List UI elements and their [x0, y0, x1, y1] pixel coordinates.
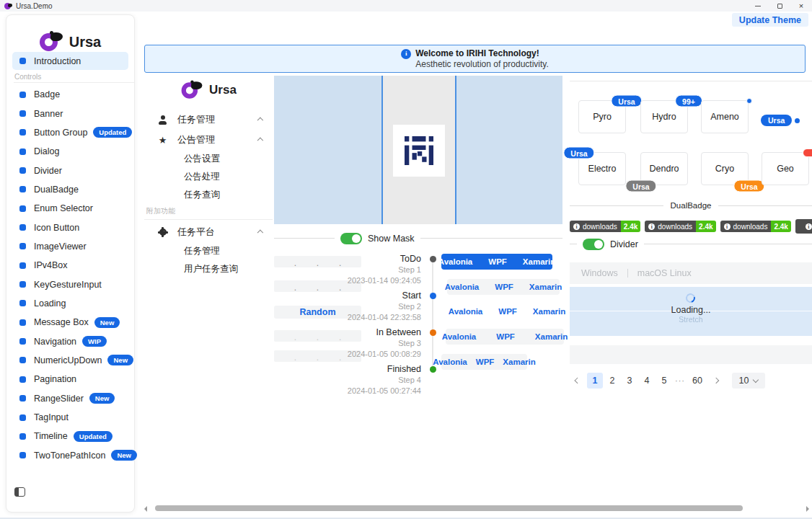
ipv4-input[interactable]: ...: [274, 256, 361, 267]
sidebar-item-dialog[interactable]: Dialog: [12, 142, 134, 161]
sidebar-item-button-group[interactable]: Button GroupUpdated: [12, 123, 134, 142]
sidebar-item-introduction[interactable]: Introduction: [12, 52, 128, 70]
sidebar-item-message-box[interactable]: Message BoxNew: [12, 313, 134, 332]
dual-badge-left: idownloads: [795, 219, 812, 234]
ursa-logo-icon: [182, 81, 203, 100]
window-title: Ursa.Demo: [16, 2, 53, 10]
menu-subitem[interactable]: 任务查询: [144, 186, 273, 204]
group-button-wpf[interactable]: WPF: [490, 307, 525, 316]
update-theme-button[interactable]: Update Theme: [732, 13, 808, 27]
badge-card-hydro[interactable]: Hydro99+: [640, 100, 688, 133]
sidebar-item-dualbadge[interactable]: DualBadge: [12, 180, 134, 199]
group-button-wpf[interactable]: WPF: [487, 283, 521, 291]
scroll-right-icon[interactable]: [806, 506, 809, 512]
group-button-avalonia[interactable]: Avalonia: [428, 358, 472, 366]
close-button[interactable]: ×: [790, 0, 812, 12]
timeline-step: Step 3: [398, 339, 421, 347]
sidebar-item-numericupdown[interactable]: NumericUpDownNew: [12, 351, 134, 370]
divider-toggle[interactable]: [583, 239, 604, 250]
status-badge: Updated: [74, 431, 112, 442]
timeline-time: 2024-01-05 00:08:29: [348, 350, 421, 358]
sidebar-item-imageviewer[interactable]: ImageViewer: [12, 237, 134, 256]
page-next-button[interactable]: [708, 373, 724, 389]
page-button-2[interactable]: 2: [604, 373, 620, 389]
badge-card-cryo[interactable]: CryoUrsa: [701, 152, 749, 185]
bullet-icon: [19, 281, 26, 288]
sidebar-item-label: Navigation: [34, 337, 76, 347]
timeline-time: 2023-01-14 09:24:05: [348, 276, 421, 285]
group-button-avalonia[interactable]: Avalonia: [441, 307, 491, 316]
page-button-60[interactable]: 60: [688, 373, 707, 389]
group-button-avalonia[interactable]: Avalonia: [437, 283, 487, 291]
menu-group-item[interactable]: 任务管理: [144, 110, 273, 130]
maximize-button[interactable]: [769, 0, 790, 12]
sidebar-item-loading[interactable]: Loading: [12, 294, 134, 313]
badge-pill: Ursa: [625, 180, 656, 192]
menu-subitem[interactable]: 公告处理: [144, 168, 273, 186]
scroll-left-icon[interactable]: [144, 506, 147, 512]
sidebar-item-icon-button[interactable]: Icon Button: [12, 218, 134, 236]
collapse-sidebar-icon[interactable]: [14, 487, 25, 497]
menu-group-item[interactable]: 任务平台: [144, 222, 273, 242]
badge-card-ameno[interactable]: Ameno: [701, 100, 749, 133]
group-button-xamarin[interactable]: Xamarin: [521, 283, 570, 291]
page-button-1[interactable]: 1: [587, 373, 603, 389]
group-button-wpf[interactable]: WPF: [486, 332, 525, 341]
page-button-5[interactable]: 5: [656, 373, 672, 389]
sidebar-item-twotonepathicon[interactable]: TwoTonePathIconNew: [12, 446, 134, 465]
minimize-button[interactable]: [747, 0, 769, 12]
dual-badge-left-label: downloads: [733, 223, 768, 231]
badge-card-geo[interactable]: Geo: [762, 152, 809, 185]
sidebar-item-ipv4box[interactable]: IPv4Box: [12, 256, 134, 275]
menu-group-item[interactable]: ★公告管理: [144, 130, 273, 150]
page-size-select[interactable]: 10: [732, 373, 765, 389]
sidebar-item-pagination[interactable]: Pagination: [12, 370, 134, 389]
banner-title: Welcome to IRIHI Technology!: [415, 48, 549, 59]
badge-card-dendro[interactable]: DendroUrsa: [640, 152, 688, 185]
horizontal-scrollbar[interactable]: [141, 504, 812, 513]
sidebar-item-navigation[interactable]: NavigationWIP: [12, 332, 134, 350]
show-mask-toggle[interactable]: [340, 233, 362, 244]
group-button-xamarin[interactable]: Xamarin: [515, 257, 563, 266]
group-button-wpf[interactable]: WPF: [472, 358, 499, 366]
menu-subitem[interactable]: 任务管理: [144, 242, 273, 260]
app-window: Ursa.Demo × Ursa Introduction Controls B…: [0, 0, 812, 519]
ipv4-input[interactable]: ...: [274, 330, 361, 342]
sidebar-item-timeline[interactable]: TimelineUpdated: [12, 427, 134, 445]
dualbadge-divider: DualBadge: [570, 200, 812, 211]
sidebar-item-enum-selector[interactable]: Enum Selector: [12, 199, 134, 218]
badge-card-pyro[interactable]: PyroUrsa: [578, 100, 626, 133]
sidebar-item-rangeslider[interactable]: RangeSliderNew: [12, 389, 134, 408]
badge-card-label: Electro: [588, 164, 617, 174]
page-button-4[interactable]: 4: [639, 373, 655, 389]
sidebar-item-label: KeyGestureInput: [34, 280, 102, 290]
group-button-avalonia[interactable]: Avalonia: [431, 257, 481, 266]
timeline-item: In BetweenStep 32024-01-05 00:08:29: [359, 327, 437, 363]
sidebar-item-divider[interactable]: Divider: [12, 161, 134, 179]
group-button-avalonia[interactable]: Avalonia: [432, 332, 487, 341]
sidebar-item-keygestureinput[interactable]: KeyGestureInput: [12, 275, 134, 293]
sidebar-item-banner[interactable]: Banner: [12, 104, 134, 123]
info-icon: i: [806, 223, 812, 230]
page-button-3[interactable]: 3: [622, 373, 637, 389]
group-button-xamarin[interactable]: Xamarin: [498, 358, 539, 366]
group-button-wpf[interactable]: WPF: [480, 257, 515, 266]
badge-card-label: Pyro: [593, 112, 612, 122]
menu-item-label: 任务管理: [184, 245, 220, 257]
badge-card-electro[interactable]: ElectroUrsa: [578, 152, 626, 185]
timeline-time: 2024-01-04 22:32:58: [348, 313, 421, 321]
menu-subitem[interactable]: 公告设置: [144, 150, 273, 168]
menu-subitem[interactable]: 用户任务查询: [144, 260, 273, 278]
irihi-logo-icon: [405, 136, 433, 165]
status-badge: New: [94, 317, 120, 328]
sidebar-item-badge[interactable]: Badge: [12, 85, 134, 104]
divider: [718, 205, 812, 206]
sidebar-item-taginput[interactable]: TagInput: [12, 408, 134, 427]
page-prev-button[interactable]: [570, 373, 586, 389]
sidebar-item-label: Divider: [34, 166, 62, 176]
image-viewer[interactable]: [274, 76, 562, 224]
group-button-xamarin[interactable]: Xamarin: [525, 307, 573, 316]
scrollbar-thumb[interactable]: [155, 505, 743, 511]
badge-card-label: Ameno: [710, 112, 739, 122]
bullet-icon: [19, 92, 26, 98]
